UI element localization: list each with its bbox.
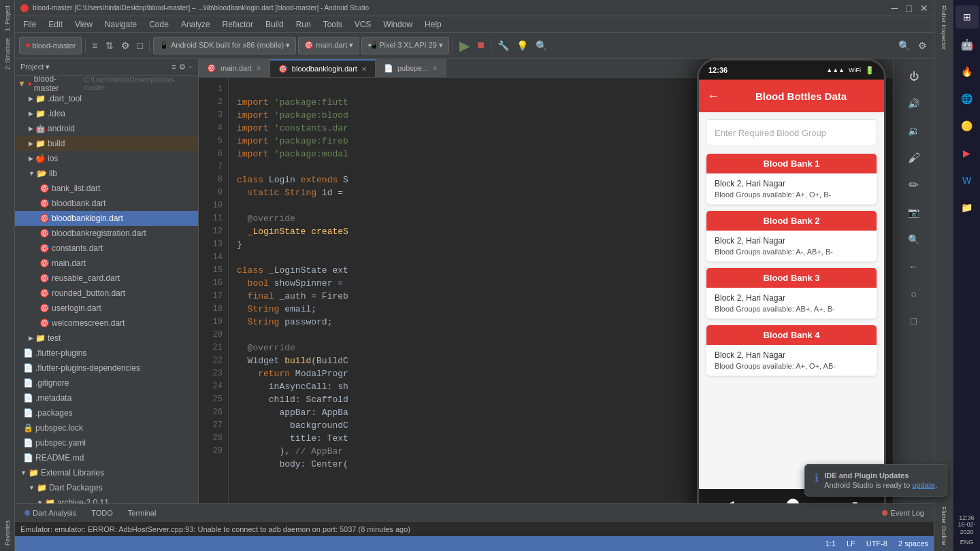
tree-root[interactable]: ▼ ♥ blood-master C:\Users\hirda\Desktop\… (15, 76, 198, 91)
tree-bank-list[interactable]: 🎯 bank_list.dart (15, 181, 198, 196)
blood-bank-card-1[interactable]: Blood Bank 1 Block 2, Hari Nagar Blood G… (706, 153, 877, 205)
tab-pubspec[interactable]: 📄 pubspe... ✕ (376, 59, 446, 77)
run-btn[interactable]: ▶ (457, 37, 472, 54)
toolbar-btn-5[interactable]: 🔧 (495, 40, 512, 51)
stop-btn[interactable]: ■ (474, 38, 487, 52)
blood-bank-card-4[interactable]: Blood Bank 4 Block 2, Hari Nagar Blood G… (706, 324, 877, 376)
emulator-power-btn[interactable]: ⏻ (902, 64, 926, 88)
device-dropdown[interactable]: 📲 Pixel 3 XL API 29 ▾ (361, 37, 449, 54)
tab-main-dart[interactable]: 🎯 main.dart ✕ (199, 59, 270, 77)
nav-home-btn[interactable]: ⬤ (786, 497, 800, 503)
menu-view[interactable]: View (69, 18, 98, 31)
menu-run[interactable]: Run (291, 18, 316, 31)
tree-flutter-plugins-dep[interactable]: 📄 .flutter-plugins-dependencies (15, 361, 198, 375)
tree-userlogin[interactable]: 🎯 userlogin.dart (15, 301, 198, 316)
tab-bloodbanklogin[interactable]: 🎯 bloodbanklogin.dart ✕ (270, 59, 376, 77)
taskbar-files-btn[interactable]: 📁 (956, 196, 979, 219)
blood-bank-card-2[interactable]: Blood Bank 2 Block 2, Hari Nagar Blood G… (706, 210, 877, 262)
tab-event-log[interactable]: Event Log (875, 507, 931, 518)
project-tab[interactable]: 1: Project (3, 3, 12, 34)
menu-analyze[interactable]: Analyze (176, 18, 216, 31)
emulator-paint-btn[interactable]: 🖌 (902, 146, 926, 170)
emulator-vol-up-btn[interactable]: 🔊 (902, 91, 926, 116)
tree-readme[interactable]: 📄 README.md (15, 450, 198, 465)
nav-back-btn[interactable]: ◀ (725, 498, 734, 504)
nav-recent-btn[interactable]: ■ (852, 499, 858, 503)
flutter-outline-tab[interactable]: Flutter Outline (939, 504, 949, 548)
tree-main[interactable]: 🎯 main.dart (15, 256, 198, 271)
toolbar-expand-btn[interactable]: □ (135, 40, 146, 51)
tree-flutter-plugins[interactable]: 📄 .flutter-plugins (15, 346, 198, 361)
tab-terminal[interactable]: Terminal (121, 507, 163, 518)
search-everywhere-btn[interactable]: 🔍 (896, 40, 913, 51)
menu-navigate[interactable]: Navigate (99, 18, 142, 31)
tree-pubspec-yaml[interactable]: 📄 pubspec.yaml (15, 435, 198, 450)
close-icon[interactable]: ✕ (256, 65, 261, 72)
sdk-dropdown[interactable]: 📱 Android SDK built for x86 (mobile) ▾ (153, 37, 296, 54)
close-icon[interactable]: ✕ (432, 65, 438, 72)
hide-btn[interactable]: − (189, 63, 193, 71)
menu-file[interactable]: File (18, 18, 42, 31)
menu-edit[interactable]: Edit (43, 18, 68, 31)
toolbar-project-btn[interactable]: ≡ (89, 40, 100, 51)
close-icon[interactable]: ✕ (361, 65, 367, 73)
toolbar-btn-6[interactable]: 💡 (514, 40, 531, 51)
back-arrow-icon[interactable]: ← (707, 89, 719, 103)
search-bar[interactable]: Enter Required Blood Group (706, 119, 877, 146)
menu-help[interactable]: Help (419, 18, 447, 31)
emulator-camera-btn[interactable]: 📷 (902, 200, 926, 224)
minimize-btn[interactable]: ─ (892, 3, 898, 14)
emulator-vol-down-btn[interactable]: 🔉 (902, 118, 926, 143)
favorites-tab[interactable]: Favorites (3, 518, 12, 548)
settings-btn[interactable]: ⚙ (915, 40, 930, 51)
project-selector[interactable]: ♥ blood-master (19, 37, 82, 54)
flutter-inspector-tab[interactable]: Flutter Inspector (939, 3, 949, 52)
tree-bloodbanklogin[interactable]: 🎯 bloodbanklogin.dart (15, 211, 198, 226)
tree-dart-tool[interactable]: ▶ 📁 .dart_tool (15, 91, 198, 106)
menu-refactor[interactable]: Refactor (217, 18, 259, 31)
blood-bank-card-3[interactable]: Blood Bank 3 Block 2, Hari Nagar Blood G… (706, 267, 877, 319)
tree-packages[interactable]: 📄 .packages (15, 405, 198, 420)
emulator-back-btn[interactable]: ← (902, 254, 926, 279)
tree-test[interactable]: ▶ 📁 test (15, 331, 198, 346)
collapse-btn[interactable]: ≡ (172, 63, 176, 71)
tree-welcome[interactable]: 🎯 welcomescreen.dart (15, 316, 198, 331)
emulator-circle-btn[interactable]: ○ (902, 282, 926, 306)
menu-window[interactable]: Window (378, 18, 418, 31)
taskbar-firefox-btn[interactable]: 🔥 (956, 60, 979, 83)
notification-link[interactable]: update (912, 481, 935, 489)
close-btn[interactable]: ✕ (920, 3, 928, 14)
tree-dart-packages[interactable]: ▼ 📁 Dart Packages (15, 480, 198, 495)
tree-idea[interactable]: ▶ 📁 .idea (15, 106, 198, 121)
toolbar-sync-btn[interactable]: ⇅ (103, 40, 116, 51)
tree-pubspec-lock[interactable]: 🔒 pubspec.lock (15, 420, 198, 435)
tree-ios[interactable]: ▶ 🍎 ios (15, 151, 198, 166)
maximize-btn[interactable]: □ (906, 3, 912, 14)
tree-build[interactable]: ▶ 📁 build (15, 136, 198, 151)
emulator-square-btn[interactable]: □ (902, 309, 926, 333)
tree-gitignore[interactable]: 📄 .gitignore (15, 375, 198, 390)
taskbar-word-btn[interactable]: W (956, 169, 979, 192)
toolbar-settings-btn[interactable]: ⚙ (118, 40, 133, 51)
menu-tools[interactable]: Tools (318, 18, 348, 31)
gear-btn[interactable]: ⚙ (179, 63, 186, 71)
tree-bloodbank[interactable]: 🎯 bloodbank.dart (15, 196, 198, 211)
taskbar-chrome-btn[interactable]: 🟡 (956, 114, 979, 137)
tree-ext-libs[interactable]: ▼ 📁 External Libraries (15, 465, 198, 480)
tab-dart-analysis[interactable]: Dart Analysis (18, 507, 83, 518)
main-dart-dropdown[interactable]: 🎯 main.dart ▾ (298, 37, 359, 54)
tree-archive[interactable]: ▼ 📁 archive-2.0.11 (15, 495, 198, 503)
tree-reusable[interactable]: 🎯 reusable_card.dart (15, 271, 198, 286)
tree-lib[interactable]: ▼ 📂 lib (15, 166, 198, 181)
tree-android[interactable]: ▶ 🤖 android (15, 121, 198, 136)
emulator-eraser-btn[interactable]: ✏ (902, 173, 926, 197)
tree-rounded[interactable]: 🎯 rounded_button.dart (15, 286, 198, 301)
menu-code[interactable]: Code (144, 18, 174, 31)
tab-todo[interactable]: TODO (84, 507, 120, 518)
tree-bloodbankregistration[interactable]: 🎯 bloodbankregistration.dart (15, 226, 198, 241)
tree-constants[interactable]: 🎯 constants.dart (15, 241, 198, 256)
tree-metadata[interactable]: 📄 .metadata (15, 390, 198, 405)
windows-start-btn[interactable]: ⊞ (956, 5, 979, 29)
menu-vcs[interactable]: VCS (349, 18, 377, 31)
menu-build[interactable]: Build (260, 18, 289, 31)
